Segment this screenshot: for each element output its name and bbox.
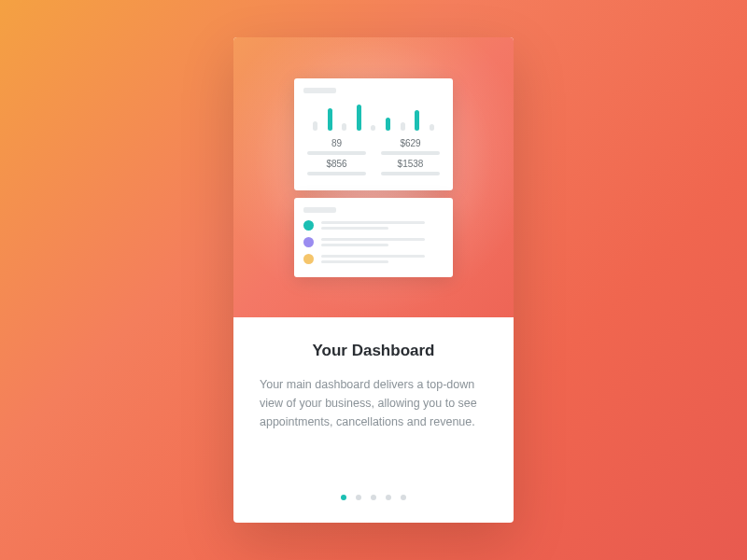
stat-value: 89	[331, 138, 342, 148]
chart-bar	[357, 105, 361, 131]
dashboard-list-preview	[294, 198, 453, 277]
placeholder-bar	[303, 207, 336, 213]
pagination-dot[interactable]	[386, 495, 391, 500]
chart-bar	[430, 124, 434, 131]
chart-bar	[342, 123, 346, 131]
placeholder-lines	[321, 255, 444, 263]
pagination-dots[interactable]	[260, 495, 487, 504]
content-area: Your Dashboard Your main dashboard deliv…	[233, 317, 514, 523]
color-dot-icon	[303, 237, 314, 247]
chart-bar	[401, 122, 405, 131]
pagination-dot[interactable]	[341, 495, 346, 500]
chart-bar	[313, 121, 317, 131]
stat-cell: 89	[303, 138, 370, 155]
dashboard-chart-preview: 89$629$856$1538	[294, 78, 453, 190]
chart-bar	[386, 118, 390, 131]
stat-value: $629	[400, 138, 420, 148]
color-dot-icon	[303, 220, 314, 231]
placeholder-bar	[303, 88, 336, 93]
stats-grid: 89$629$856$1538	[303, 138, 444, 175]
chart-bar	[371, 125, 375, 131]
placeholder-bar	[381, 151, 441, 155]
chart-bar	[415, 110, 419, 131]
placeholder-lines	[321, 238, 444, 246]
color-dot-icon	[303, 254, 314, 264]
stat-value: $1538	[398, 159, 424, 169]
onboarding-card: 89$629$856$1538 Your Dashboard Your main…	[233, 37, 514, 523]
placeholder-lines	[321, 221, 444, 230]
pagination-dot[interactable]	[401, 495, 406, 500]
stat-cell: $1538	[377, 159, 444, 175]
placeholder-bar	[381, 172, 441, 175]
pagination-dot[interactable]	[356, 495, 361, 500]
mini-bar-chart	[303, 101, 444, 131]
stat-value: $856	[326, 159, 346, 169]
stat-cell: $629	[377, 138, 444, 155]
placeholder-bar	[307, 151, 367, 155]
list-item	[303, 254, 444, 264]
onboarding-title: Your Dashboard	[260, 342, 487, 360]
pagination-dot[interactable]	[371, 495, 376, 500]
onboarding-description: Your main dashboard delivers a top-down …	[260, 375, 487, 495]
list-item	[303, 237, 444, 247]
stat-cell: $856	[303, 159, 370, 175]
chart-bar	[328, 108, 332, 131]
illustration-area: 89$629$856$1538	[233, 37, 514, 317]
list-item	[303, 220, 444, 231]
placeholder-bar	[307, 172, 367, 175]
